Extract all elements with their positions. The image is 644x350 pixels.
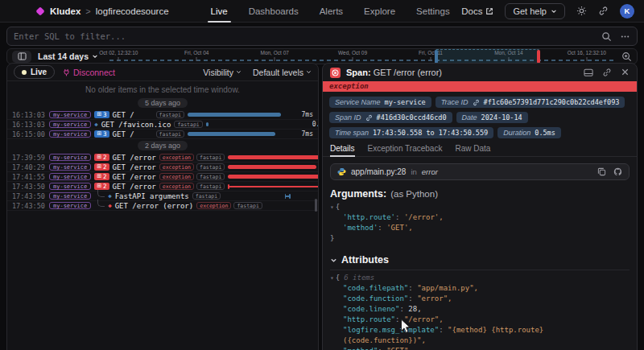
levels-dropdown[interactable]: Default levels: [253, 68, 312, 77]
empty-window-message: No older items in the selected time wind…: [7, 81, 318, 97]
github-icon[interactable]: [613, 167, 622, 176]
duration-bar-track: [206, 121, 301, 128]
live-toggle-button[interactable]: Live: [14, 65, 55, 79]
expand-badge[interactable]: ⊞2: [94, 183, 109, 190]
timeline-tick-label: Wed, Oct 09: [338, 50, 367, 56]
code-entry: "code.filepath": "app/main.py",: [330, 283, 630, 294]
link-icon[interactable]: [602, 68, 612, 77]
expand-badge[interactable]: ⊞2: [94, 163, 109, 171]
row-timestamp: 17:43:50: [12, 202, 46, 210]
expand-badge[interactable]: ⊞3: [94, 111, 109, 118]
span-title-prefix: Span:: [346, 68, 371, 77]
chain-link-icon: [365, 114, 373, 121]
attributes-heading[interactable]: Attributes: [330, 254, 630, 266]
duration-label: 0.7ms: [304, 121, 319, 128]
attributes-divider: [330, 270, 630, 270]
code-location[interactable]: app/main.py:28: [351, 167, 406, 176]
timeline-selection[interactable]: [435, 49, 539, 64]
timeline-tick-label: Oct 02, 12:32:10: [99, 50, 138, 56]
timeline-tick: [196, 57, 197, 61]
trace-row[interactable]: 16:13:03my-service◆GET /favicon.icofasta…: [7, 120, 318, 130]
nav-tab-dashboards[interactable]: Dashboards: [249, 0, 299, 23]
code-entry: 'http.route': '/error',: [330, 212, 630, 223]
list-scrollbar[interactable]: [315, 199, 317, 212]
code-value: "app/main.py",: [417, 284, 478, 292]
tag-fastapi: fastapi: [192, 192, 221, 200]
share-link-button[interactable]: [598, 6, 609, 16]
nav-tab-explore[interactable]: Explore: [364, 0, 395, 23]
trace-row[interactable]: 17:43:50my-service⊞2GET /errorexceptionf…: [7, 182, 318, 191]
link-icon: [598, 6, 609, 16]
docs-link[interactable]: Docs: [461, 6, 493, 16]
expand-badge[interactable]: ⊞2: [94, 173, 109, 180]
row-timestamp: 17:39:59: [12, 154, 46, 162]
tag-exception: exception: [159, 173, 194, 180]
trace-row[interactable]: 17:39:59my-service⊞2GET /errorexceptionf…: [7, 153, 318, 163]
tree-connector: [97, 190, 105, 197]
trace-row[interactable]: 17:43:50my-service◆GET /error (error)exc…: [7, 201, 318, 211]
close-icon[interactable]: [621, 68, 630, 76]
dock-panel-icon[interactable]: [584, 68, 593, 77]
row-tags: exceptionfastapi: [159, 183, 225, 190]
time-range-dropdown[interactable]: Last 14 days: [38, 51, 103, 61]
panel-left-icon: [18, 52, 27, 60]
tag-fastapi: fastapi: [156, 111, 184, 118]
detail-tab-exception-traceback[interactable]: Exception Traceback: [368, 144, 443, 156]
nav-tab-settings[interactable]: Settings: [416, 0, 450, 23]
expand-badge[interactable]: ⊞3: [94, 130, 109, 138]
timeline-zoom-button[interactable]: [621, 51, 632, 62]
user-avatar[interactable]: K: [620, 4, 634, 19]
external-link-icon: [485, 7, 493, 15]
search-button[interactable]: [601, 31, 612, 42]
meta-chip-trace-id[interactable]: Trace ID#f1c60e57391d771c290c0b22cd4ef09…: [436, 97, 625, 108]
meta-chip-service-name: Service Namemy-service: [329, 97, 431, 108]
timeline-track[interactable]: Oct 02, 12:32:10Fri, Oct 04Mon, Oct 07We…: [109, 49, 615, 64]
code-open-line: ▾{6 items: [330, 273, 630, 283]
breadcrumb-project[interactable]: logfirecodesource: [96, 6, 169, 16]
visibility-dropdown[interactable]: Visibility: [203, 68, 242, 77]
code-key: 'method': [343, 224, 378, 232]
row-timestamp: 17:43:50: [12, 183, 46, 191]
code-key: "code.function": [343, 294, 408, 303]
code-entry: "http.route": "/error",: [330, 315, 630, 325]
nav-tab-live[interactable]: Live: [211, 0, 228, 23]
disconnect-button[interactable]: Disconnect: [63, 68, 115, 77]
nav-tab-alerts[interactable]: Alerts: [320, 0, 343, 23]
theme-toggle-button[interactable]: [576, 6, 587, 16]
trace-row[interactable]: 16:13:03my-service⊞3GET /fastapi7ms: [7, 110, 318, 120]
trace-row[interactable]: 17:41:55my-service⊞2GET /errorexceptionf…: [7, 172, 318, 182]
get-help-button[interactable]: Get help: [505, 3, 565, 19]
trace-row[interactable]: 16:15:00my-service⊞3GET /fastapi7ms: [7, 130, 318, 139]
meta-chip-time-span: Time span17:43:50.558 to 17:43:50.559: [329, 127, 493, 138]
span-marker-icon: ◆: [108, 202, 112, 209]
more-options-button[interactable]: [620, 31, 630, 42]
sql-filter-bar[interactable]: Enter SQL to filter...: [6, 27, 638, 46]
trace-row[interactable]: 17:43:50my-service◆FastAPI argumentsfast…: [7, 191, 318, 201]
breadcrumb-org[interactable]: Kludex: [50, 6, 80, 16]
logfire-logo-icon[interactable]: [35, 6, 44, 15]
sidebar-toggle-button[interactable]: [12, 51, 31, 63]
trace-row[interactable]: 17:40:29my-service⊞2GET /errorexceptionf…: [7, 163, 318, 172]
attributes-code-block: ▾{6 items"code.filepath": "app/main.py",…: [330, 273, 630, 350]
sql-filter-input[interactable]: Enter SQL to filter...: [14, 31, 593, 41]
meta-value: 0.5ms: [535, 129, 555, 137]
row-timestamp: 17:43:50: [12, 192, 46, 200]
collapse-toggle-icon[interactable]: ▾: [330, 204, 334, 211]
copy-icon[interactable]: [597, 167, 606, 176]
whisker-cap: [289, 194, 291, 200]
detail-tab-details[interactable]: Details: [330, 144, 355, 156]
timeline-tick: [586, 57, 587, 61]
tag-fastapi: fastapi: [196, 154, 225, 161]
meta-chip-duration: Duration0.5ms: [497, 127, 561, 138]
expand-badge[interactable]: ⊞2: [94, 154, 109, 161]
timeline-tick: [275, 57, 275, 61]
collapse-toggle-icon[interactable]: ▾: [330, 274, 334, 282]
timeline-tick: [118, 57, 119, 61]
code-entry: "method": "GET",: [330, 346, 630, 350]
detail-tab-raw-data[interactable]: Raw Data: [455, 144, 490, 156]
meta-chip-span-id[interactable]: Span ID#416d30c0ccd46cd0: [329, 112, 452, 123]
span-name: GET /error: [113, 154, 156, 162]
duration-bar: [206, 122, 208, 126]
code-sep: :: [378, 347, 386, 350]
span-name: GET /: [113, 130, 134, 138]
